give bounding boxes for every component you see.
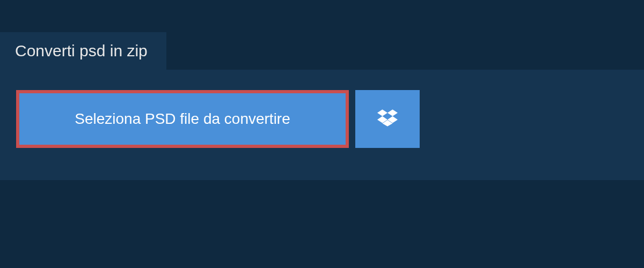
select-file-label: Seleziona PSD file da convertire [75,110,290,128]
select-file-button[interactable]: Seleziona PSD file da convertire [16,90,349,148]
dropbox-button[interactable] [355,90,420,148]
dropbox-icon [377,108,398,130]
converter-panel: Seleziona PSD file da convertire [0,70,644,180]
top-strip [0,0,644,32]
button-row: Seleziona PSD file da convertire [16,90,628,148]
tab-container: Converti psd in zip [0,32,644,70]
tab-label: Converti psd in zip [15,42,148,59]
tab-convert-psd-zip[interactable]: Converti psd in zip [0,32,166,70]
